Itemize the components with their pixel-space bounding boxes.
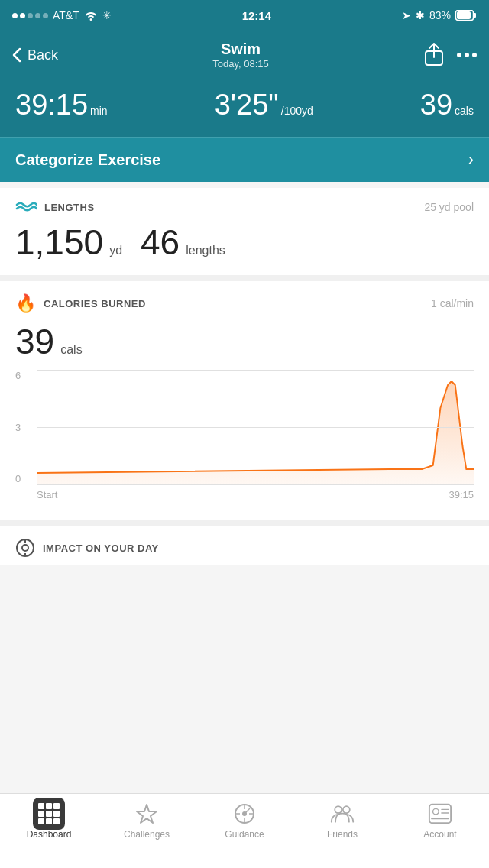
calories-title-group: 🔥 CALORIES BURNED	[15, 293, 146, 313]
tab-challenges[interactable]: Challenges	[98, 802, 196, 840]
svg-rect-19	[429, 805, 451, 823]
calories-chart: 6 3 0	[15, 370, 474, 507]
tab-account[interactable]: Account	[391, 802, 489, 840]
calories-title: CALORIES BURNED	[44, 298, 146, 309]
account-tab-icon	[428, 802, 452, 826]
signal-dot	[20, 13, 25, 18]
nav-actions	[423, 42, 477, 68]
signal-dot	[12, 13, 18, 18]
calories-big-value: 39	[15, 321, 54, 362]
tab-bar: Dashboard Challenges Guidance	[0, 793, 489, 868]
categorize-banner[interactable]: Categorize Exercise ›	[0, 137, 489, 182]
tab-dashboard[interactable]: Dashboard	[0, 802, 98, 840]
distance-unit: yd	[109, 244, 122, 257]
lengths-meta: 25 yd pool	[424, 201, 474, 213]
nav-subtitle: Today, 08:15	[212, 58, 268, 70]
calories-value: 39	[420, 89, 452, 121]
nav-title: Swim	[212, 40, 268, 58]
carrier-label: AT&T	[53, 9, 79, 21]
dashboard-tab-icon	[37, 802, 61, 826]
bluetooth-icon: ✱	[416, 9, 425, 21]
tab-friends[interactable]: Friends	[293, 802, 391, 840]
signal-dots	[12, 13, 48, 18]
wave-icon	[15, 200, 37, 214]
challenges-tab-label: Challenges	[124, 829, 170, 840]
lengths-section: LENGTHS 25 yd pool 1,150 yd 46 lengths	[0, 188, 489, 281]
svg-line-16	[244, 808, 250, 814]
signal-dot	[43, 13, 48, 18]
distance-value: 1,150	[15, 222, 103, 263]
impact-title: IMPACT ON YOUR DAY	[43, 542, 159, 554]
dashboard-tab-label: Dashboard	[27, 829, 72, 840]
calories-big-unit: cals	[60, 343, 82, 357]
lengths-count: 46	[141, 222, 180, 263]
chart-gridline-top	[37, 370, 474, 371]
status-right: ➤ ✱ 83%	[402, 9, 477, 21]
friends-tab-label: Friends	[327, 829, 358, 840]
signal-dot	[28, 13, 33, 18]
more-button[interactable]	[457, 53, 477, 57]
flame-icon: 🔥	[15, 293, 36, 313]
grid-icon	[38, 803, 60, 824]
svg-point-18	[343, 806, 350, 813]
status-time: 12:14	[242, 9, 271, 22]
duration-stat: 39:15min	[15, 89, 108, 121]
status-left: AT&T ✳	[12, 9, 112, 21]
y-label-6: 6	[15, 370, 21, 381]
lengths-unit: lengths	[186, 244, 225, 257]
battery-percent: 83%	[429, 9, 451, 21]
share-button[interactable]	[423, 42, 445, 68]
nav-title-block: Swim Today, 08:15	[212, 40, 268, 70]
svg-rect-2	[457, 11, 471, 19]
calories-stat: 39cals	[420, 89, 474, 121]
back-label: Back	[28, 47, 58, 63]
svg-point-17	[335, 806, 342, 813]
challenges-tab-icon	[134, 802, 159, 826]
svg-rect-1	[474, 13, 476, 18]
wifi-icon	[84, 10, 98, 21]
lengths-header: LENGTHS 25 yd pool	[15, 200, 474, 214]
nav-bar: Back Swim Today, 08:15	[0, 31, 489, 79]
impact-icon	[15, 538, 35, 558]
duration-unit: min	[90, 105, 108, 117]
calories-header: 🔥 CALORIES BURNED 1 cal/min	[15, 293, 474, 313]
categorize-label: Categorize Exercise	[15, 151, 160, 169]
status-bar: AT&T ✳ 12:14 ➤ ✱ 83%	[0, 0, 489, 31]
chart-gridline-bottom	[37, 484, 474, 485]
y-label-3: 3	[15, 422, 21, 433]
pace-unit: /100yd	[281, 105, 313, 117]
signal-dot	[35, 13, 40, 18]
signal-activity-icon: ✳	[102, 9, 112, 21]
pace-value: 3'25"	[215, 89, 279, 121]
lengths-title: LENGTHS	[44, 202, 95, 213]
chart-x-labels: Start 39:15	[37, 489, 474, 500]
friends-tab-icon	[330, 802, 355, 826]
guidance-tab-label: Guidance	[225, 829, 264, 840]
calories-unit: cals	[455, 105, 474, 117]
svg-point-6	[22, 545, 28, 551]
svg-point-20	[433, 808, 439, 815]
calories-meta: 1 cal/min	[431, 297, 474, 309]
lengths-title-group: LENGTHS	[15, 200, 95, 214]
chart-gridline-mid	[37, 427, 474, 428]
chart-area	[37, 370, 474, 484]
location-icon: ➤	[402, 9, 411, 21]
tab-guidance[interactable]: Guidance	[196, 802, 293, 840]
chevron-right-icon: ›	[468, 150, 474, 170]
battery-icon	[455, 10, 477, 21]
lengths-values: 1,150 yd 46 lengths	[15, 222, 474, 263]
stats-row: 39:15min 3'25"/100yd 39cals	[0, 79, 489, 137]
y-label-0: 0	[15, 473, 21, 484]
back-button[interactable]: Back	[12, 47, 58, 63]
x-label-start: Start	[37, 489, 57, 500]
svg-marker-9	[137, 805, 157, 823]
chart-y-labels: 6 3 0	[15, 370, 21, 484]
duration-value: 39:15	[15, 89, 88, 121]
calories-section: 🔥 CALORIES BURNED 1 cal/min 39 cals 6 3 …	[0, 281, 489, 520]
pace-stat: 3'25"/100yd	[215, 89, 313, 121]
impact-section: IMPACT ON YOUR DAY	[0, 520, 489, 565]
impact-header: IMPACT ON YOUR DAY	[15, 538, 474, 558]
x-label-end: 39:15	[449, 489, 474, 500]
account-tab-label: Account	[423, 829, 456, 840]
guidance-tab-icon	[232, 802, 257, 826]
